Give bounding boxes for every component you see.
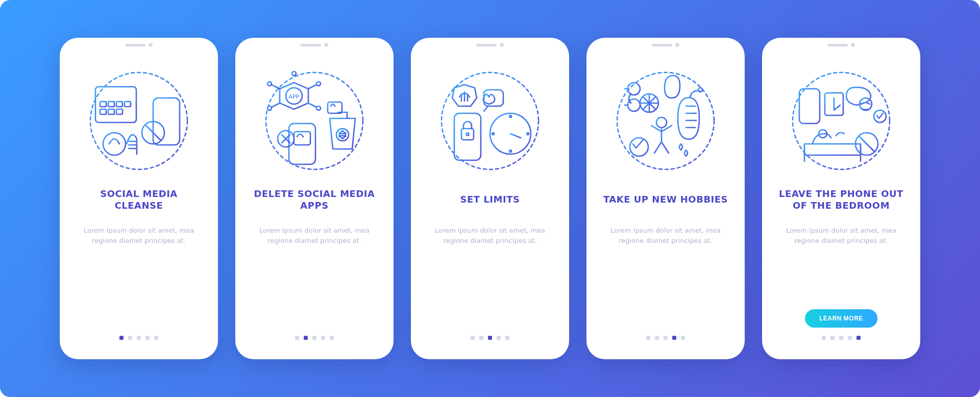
onboarding-screen-2[interactable]: APP DELETE SOCIAL MEDIA APPS Lorem ipsum…	[235, 38, 394, 359]
svg-point-25	[316, 106, 321, 110]
svg-rect-3	[108, 102, 114, 107]
screen-body: Lorem ipsum dolor sit amet, mea regione …	[75, 226, 203, 336]
svg-line-19	[308, 85, 316, 89]
svg-rect-9	[153, 98, 180, 145]
svg-point-43	[509, 115, 511, 117]
svg-point-13	[103, 133, 126, 155]
phone-notch	[125, 43, 153, 47]
svg-rect-7	[108, 109, 114, 114]
dot[interactable]	[312, 336, 316, 340]
screen-body: Lorem ipsum dolor sit amet, mea regione …	[251, 226, 378, 336]
svg-rect-5	[125, 102, 131, 107]
svg-point-45	[509, 150, 511, 152]
svg-point-46	[492, 133, 494, 135]
svg-point-27	[267, 106, 272, 110]
screen-body: Lorem ipsum dolor sit amet, mea regione …	[426, 226, 554, 336]
svg-point-51	[630, 138, 648, 156]
dot[interactable]	[321, 336, 325, 340]
phone-notch	[476, 43, 504, 47]
svg-line-42	[510, 134, 521, 138]
dot[interactable]	[664, 336, 668, 340]
dot[interactable]	[672, 336, 676, 340]
svg-rect-2	[100, 102, 106, 107]
dot[interactable]	[119, 336, 124, 340]
dot[interactable]	[830, 336, 835, 340]
screen-title: TAKE UP NEW HOBBIES	[603, 182, 728, 217]
svg-rect-29	[294, 132, 310, 145]
svg-point-14	[266, 72, 363, 169]
svg-point-24	[316, 82, 321, 86]
screen-title: DELETE SOCIAL MEDIA APPS	[251, 182, 378, 217]
svg-rect-4	[116, 102, 122, 107]
page-indicator	[119, 336, 158, 340]
svg-point-39	[467, 133, 469, 136]
svg-point-23	[292, 71, 296, 76]
dot[interactable]	[128, 336, 132, 340]
onboarding-screen-5[interactable]: LEAVE THE PHONE OUT OF THE BEDROOM Lorem…	[762, 38, 920, 359]
cleanse-icon	[78, 67, 200, 175]
delete-apps-icon: APP	[253, 67, 376, 175]
screen-title: LEAVE THE PHONE OUT OF THE BEDROOM	[777, 182, 905, 217]
dot[interactable]	[646, 336, 650, 340]
learn-more-button[interactable]: LEARN MORE	[805, 309, 877, 328]
onboarding-screen-4[interactable]: TAKE UP NEW HOBBIES Lorem ipsum dolor si…	[586, 38, 745, 359]
svg-line-65	[860, 137, 874, 151]
page-indicator	[822, 336, 861, 340]
svg-point-50	[656, 117, 667, 128]
svg-point-56	[698, 88, 702, 92]
dot[interactable]	[295, 336, 299, 340]
dot[interactable]	[471, 336, 475, 340]
dot[interactable]	[488, 336, 492, 340]
dot[interactable]	[848, 336, 852, 340]
dot[interactable]	[655, 336, 659, 340]
screen-body: Lorem ipsum dolor sit amet, mea regione …	[602, 226, 729, 336]
screen-title: SET LIMITS	[460, 182, 520, 217]
dot[interactable]	[822, 336, 826, 340]
page-indicator	[471, 336, 509, 340]
page-indicator	[646, 336, 685, 340]
dot[interactable]	[330, 336, 334, 340]
bedroom-icon	[780, 67, 902, 175]
svg-text:APP: APP	[289, 93, 300, 100]
svg-line-20	[308, 103, 316, 107]
dot[interactable]	[839, 336, 843, 340]
phone-notch	[827, 43, 855, 47]
dot[interactable]	[856, 336, 861, 340]
onboarding-screen-1[interactable]: SOCIAL MEDIA CLEANSE Lorem ipsum dolor s…	[60, 38, 218, 359]
svg-line-22	[272, 103, 280, 107]
screen-title: SOCIAL MEDIA CLEANSE	[75, 182, 203, 217]
phone-notch	[652, 43, 679, 47]
svg-rect-36	[454, 113, 481, 160]
onboarding-carousel: SOCIAL MEDIA CLEANSE Lorem ipsum dolor s…	[0, 0, 980, 397]
dot[interactable]	[154, 336, 158, 340]
svg-line-21	[272, 85, 280, 89]
dot[interactable]	[681, 336, 685, 340]
page-indicator	[295, 336, 334, 340]
dot[interactable]	[137, 336, 141, 340]
phone-notch	[301, 43, 328, 47]
svg-rect-8	[116, 109, 122, 114]
dot[interactable]	[497, 336, 501, 340]
dot[interactable]	[479, 336, 483, 340]
onboarding-screen-3[interactable]: SET LIMITS Lorem ipsum dolor sit amet, m…	[411, 38, 569, 359]
hobbies-icon	[604, 67, 727, 175]
svg-rect-6	[100, 109, 106, 114]
dot[interactable]	[505, 336, 509, 340]
dot[interactable]	[145, 336, 150, 340]
dot[interactable]	[304, 336, 308, 340]
svg-rect-38	[461, 129, 474, 140]
svg-point-26	[267, 82, 272, 86]
svg-point-44	[527, 133, 529, 135]
set-limits-icon	[429, 67, 551, 175]
